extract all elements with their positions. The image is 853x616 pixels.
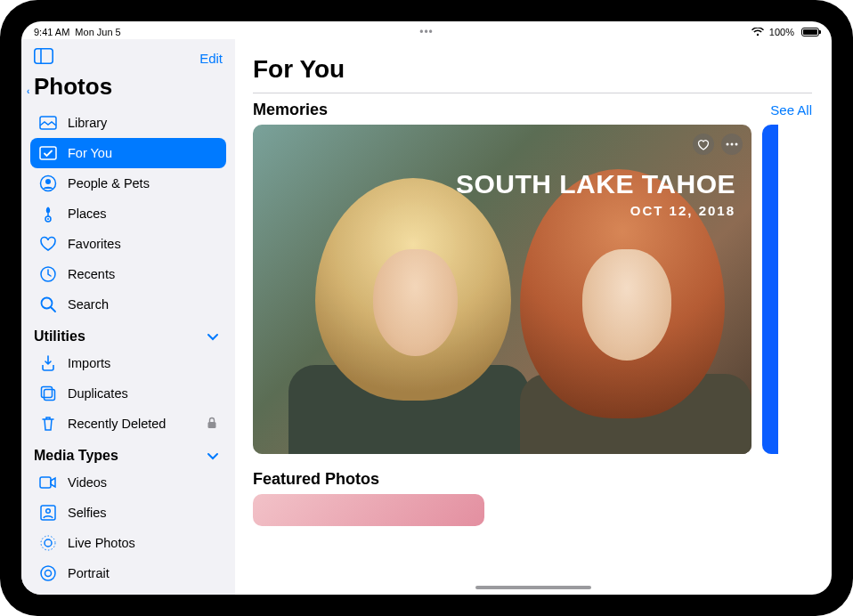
chevron-down-icon bbox=[207, 328, 219, 344]
search-icon bbox=[39, 296, 57, 313]
wifi-icon bbox=[751, 28, 764, 36]
svg-rect-12 bbox=[42, 387, 53, 398]
sidebar-item-label: People & Pets bbox=[68, 176, 150, 190]
sidebar-item-imports[interactable]: Imports bbox=[30, 348, 226, 378]
sidebar-item-duplicates[interactable]: Duplicates bbox=[30, 378, 226, 409]
sidebar-item-label: Selfies bbox=[68, 506, 107, 520]
main-content: For You Memories See All bbox=[235, 39, 832, 595]
edit-button[interactable]: Edit bbox=[199, 51, 223, 66]
sidebar-item-search[interactable]: Search bbox=[30, 289, 226, 320]
people-icon bbox=[39, 174, 57, 192]
video-icon bbox=[39, 474, 57, 491]
sidebar-item-label: Duplicates bbox=[68, 386, 128, 401]
divider bbox=[253, 93, 812, 93]
caret-left-icon: ‹ bbox=[27, 85, 29, 95]
import-icon bbox=[39, 354, 57, 372]
section-media-types[interactable]: Media Types bbox=[30, 439, 226, 467]
svg-point-9 bbox=[42, 298, 53, 309]
multitask-dots-icon[interactable]: ••• bbox=[419, 26, 434, 38]
heart-icon bbox=[39, 235, 57, 253]
next-memory-card[interactable] bbox=[762, 125, 778, 454]
more-options-icon[interactable] bbox=[721, 134, 743, 155]
memory-photo-placeholder bbox=[253, 197, 751, 454]
featured-photo-card[interactable] bbox=[253, 494, 484, 526]
library-icon bbox=[39, 114, 57, 132]
svg-rect-13 bbox=[208, 422, 216, 428]
for-you-icon bbox=[39, 144, 57, 162]
sidebar-item-label: Places bbox=[68, 207, 107, 221]
svg-point-18 bbox=[41, 536, 55, 550]
svg-point-16 bbox=[46, 509, 51, 514]
svg-rect-14 bbox=[40, 477, 51, 488]
svg-point-23 bbox=[735, 143, 738, 146]
sidebar-item-label: Recently Deleted bbox=[68, 417, 166, 431]
trash-icon bbox=[39, 415, 57, 433]
sidebar-item-people-pets[interactable]: People & Pets bbox=[30, 168, 226, 199]
svg-point-5 bbox=[45, 179, 51, 184]
sidebar-item-recents[interactable]: Recents bbox=[30, 259, 226, 289]
selfie-icon bbox=[39, 504, 57, 522]
memory-card[interactable]: SOUTH LAKE TAHOE OCT 12, 2018 bbox=[253, 125, 751, 454]
sidebar-item-for-you[interactable]: For You bbox=[30, 138, 226, 168]
sidebar-item-label: Search bbox=[68, 297, 109, 312]
page-title: For You bbox=[253, 55, 812, 93]
featured-heading: Featured Photos bbox=[253, 470, 379, 489]
section-label: Media Types bbox=[34, 448, 118, 464]
live-photos-icon bbox=[39, 534, 57, 552]
section-utilities[interactable]: Utilities bbox=[30, 320, 226, 348]
chevron-down-icon bbox=[207, 448, 219, 464]
portrait-icon bbox=[39, 564, 57, 582]
clock-icon bbox=[39, 265, 57, 283]
sidebar-item-label: Favorites bbox=[68, 237, 121, 251]
sidebar-item-recently-deleted[interactable]: Recently Deleted bbox=[30, 409, 226, 439]
battery-icon bbox=[800, 28, 819, 36]
sidebar-item-places[interactable]: Places bbox=[30, 199, 226, 229]
svg-point-22 bbox=[731, 143, 734, 146]
svg-point-21 bbox=[727, 143, 729, 146]
svg-point-19 bbox=[41, 566, 55, 580]
lock-icon bbox=[207, 417, 217, 432]
sidebar-item-favorites[interactable]: Favorites bbox=[30, 229, 226, 259]
svg-point-7 bbox=[47, 218, 49, 220]
sidebar-item-library[interactable]: Library bbox=[30, 108, 226, 138]
svg-rect-11 bbox=[45, 390, 55, 401]
sidebar: Edit ‹ Photos Library For You bbox=[21, 39, 235, 595]
duplicates-icon bbox=[39, 385, 57, 402]
section-header-featured: Featured Photos bbox=[253, 470, 812, 489]
svg-line-10 bbox=[52, 308, 56, 312]
svg-rect-0 bbox=[35, 49, 53, 63]
section-header-memories: Memories See All bbox=[253, 101, 812, 119]
sidebar-item-label: Videos bbox=[68, 475, 107, 490]
sidebar-item-label: Portrait bbox=[68, 566, 110, 580]
svg-point-20 bbox=[45, 571, 52, 577]
screen: 9:41 AM Mon Jun 5 ••• 100% bbox=[21, 21, 832, 595]
sidebar-item-label: Recents bbox=[68, 267, 115, 281]
sidebar-toggle-icon[interactable] bbox=[34, 48, 53, 68]
status-date: Mon Jun 5 bbox=[75, 27, 120, 37]
sidebar-item-selfies[interactable]: Selfies bbox=[30, 498, 226, 528]
sidebar-item-live-photos[interactable]: Live Photos bbox=[30, 528, 226, 558]
sidebar-item-label: For You bbox=[68, 146, 112, 160]
home-indicator[interactable] bbox=[475, 586, 591, 589]
sidebar-item-videos[interactable]: Videos bbox=[30, 467, 226, 498]
places-icon bbox=[39, 205, 57, 223]
svg-point-17 bbox=[45, 539, 52, 547]
battery-percentage: 100% bbox=[769, 27, 794, 37]
svg-rect-3 bbox=[40, 147, 56, 159]
sidebar-item-portrait[interactable]: Portrait bbox=[30, 558, 226, 588]
ipad-frame: 9:41 AM Mon Jun 5 ••• 100% bbox=[0, 0, 853, 616]
app-title: ‹ Photos bbox=[30, 73, 226, 108]
sidebar-item-label: Library bbox=[68, 116, 107, 130]
see-all-button[interactable]: See All bbox=[770, 102, 812, 118]
memory-date: OCT 12, 2018 bbox=[456, 203, 735, 218]
favorite-heart-icon[interactable] bbox=[693, 134, 714, 155]
memories-heading: Memories bbox=[253, 101, 328, 119]
sidebar-item-label: Imports bbox=[68, 356, 110, 370]
status-bar: 9:41 AM Mon Jun 5 ••• 100% bbox=[21, 21, 832, 39]
status-time: 9:41 AM bbox=[34, 27, 69, 37]
section-label: Utilities bbox=[34, 328, 85, 344]
memory-title: SOUTH LAKE TAHOE bbox=[456, 169, 735, 199]
sidebar-item-label: Live Photos bbox=[68, 536, 135, 550]
